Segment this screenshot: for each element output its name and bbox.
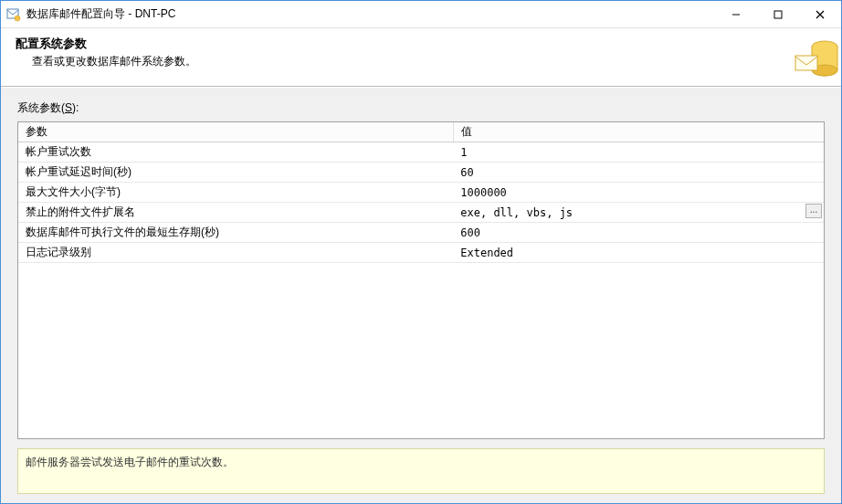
param-value-cell[interactable]: 1 (453, 142, 824, 163)
svg-rect-3 (774, 11, 782, 18)
maximize-button[interactable] (757, 1, 799, 27)
param-value-text: exe, dll, vbs, js (460, 206, 573, 219)
param-value-cell[interactable]: Extended (453, 243, 824, 263)
table-row[interactable]: 最大文件大小(字节)1000000 (18, 183, 824, 203)
page-subtitle: 查看或更改数据库邮件系统参数。 (16, 54, 832, 69)
param-name-cell: 帐户重试次数 (18, 142, 453, 163)
param-name-cell: 禁止的附件文件扩展名 (18, 203, 453, 223)
ellipsis-button[interactable]: ... (805, 204, 822, 218)
column-header-value[interactable]: 值 (453, 122, 824, 142)
header-text: 配置系统参数 查看或更改数据库邮件系统参数。 (16, 36, 832, 69)
param-value-cell[interactable]: 600 (453, 223, 824, 243)
window-title: 数据库邮件配置向导 - DNT-PC (26, 6, 715, 22)
close-button[interactable] (799, 1, 841, 27)
wizard-window: 数据库邮件配置向导 - DNT-PC 配置系统参数 查看或更改数据库邮件系统参数… (0, 0, 842, 504)
param-name-cell: 日志记录级别 (18, 243, 453, 263)
param-value-text: 1000000 (460, 186, 507, 199)
table-row[interactable]: 帐户重试次数1 (18, 142, 824, 163)
param-name-cell: 数据库邮件可执行文件的最短生存期(秒) (18, 223, 453, 243)
param-value-text: 60 (460, 166, 473, 179)
hint-box: 邮件服务器尝试发送电子邮件的重试次数。 (17, 448, 825, 494)
param-name-cell: 最大文件大小(字节) (18, 183, 453, 203)
param-value-text: 600 (460, 226, 480, 239)
wizard-header: 配置系统参数 查看或更改数据库邮件系统参数。 (1, 28, 841, 87)
titlebar: 数据库邮件配置向导 - DNT-PC (1, 1, 841, 28)
param-value-cell[interactable]: exe, dll, vbs, js... (453, 203, 824, 223)
table-row[interactable]: 禁止的附件文件扩展名exe, dll, vbs, js... (18, 203, 824, 223)
section-label-suffix: ): (72, 101, 79, 114)
svg-point-1 (15, 16, 20, 21)
svg-rect-8 (795, 56, 817, 70)
param-value-text: Extended (460, 247, 513, 259)
parameters-grid[interactable]: 参数 值 帐户重试次数1帐户重试延迟时间(秒)60最大文件大小(字节)10000… (17, 121, 825, 439)
param-value-cell[interactable]: 60 (453, 163, 824, 183)
content-area: 系统参数(S): 参数 值 帐户重试次数1帐户重试延迟时间(秒)60最大文件大小… (1, 87, 841, 503)
column-header-param[interactable]: 参数 (18, 122, 453, 142)
minimize-button[interactable] (715, 1, 757, 27)
section-label: 系统参数(S): (17, 100, 825, 116)
parameters-table: 参数 值 帐户重试次数1帐户重试延迟时间(秒)60最大文件大小(字节)10000… (18, 122, 824, 263)
header-icon (790, 34, 841, 85)
app-icon (6, 7, 21, 22)
param-value-cell[interactable]: 1000000 (453, 183, 824, 203)
hint-text: 邮件服务器尝试发送电子邮件的重试次数。 (26, 456, 234, 468)
param-name-cell: 帐户重试延迟时间(秒) (18, 163, 453, 183)
table-row[interactable]: 帐户重试延迟时间(秒)60 (18, 163, 824, 183)
window-controls (715, 1, 841, 27)
page-title: 配置系统参数 (16, 36, 832, 52)
table-row[interactable]: 数据库邮件可执行文件的最短生存期(秒)600 (18, 223, 824, 243)
section-label-prefix: 系统参数( (17, 101, 65, 114)
table-row[interactable]: 日志记录级别Extended (18, 243, 824, 263)
param-value-text: 1 (460, 146, 467, 159)
section-label-accesskey: S (65, 101, 72, 114)
